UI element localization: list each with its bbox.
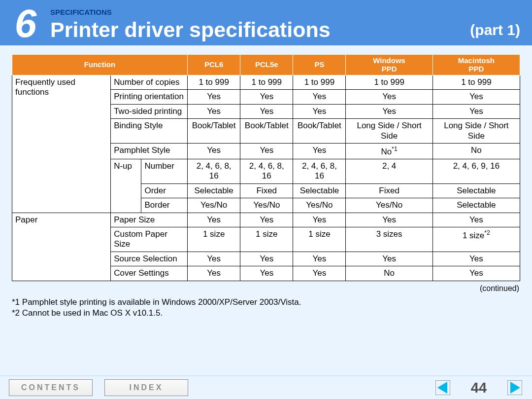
value-cell: Yes [293, 252, 346, 266]
page-number: 44 [463, 380, 495, 396]
table-header: MacintoshPPD [432, 55, 520, 75]
function-cell: Cover Settings [111, 266, 188, 281]
subfunction-cell: Number [141, 159, 188, 184]
footnote-line: *2 Cannot be used in Mac OS X v10.1.5. [12, 308, 520, 319]
chapter-number: 6 [6, 7, 45, 40]
continued-label: (continued) [12, 281, 520, 295]
table-header: PCL6 [188, 55, 240, 75]
function-cell: Two-sided printing [111, 104, 188, 118]
footnotes: *1 Pamphlet style printing is available … [12, 295, 520, 320]
value-cell: No [432, 143, 520, 159]
value-cell: Yes [346, 104, 432, 118]
kicker: SPECIFICATIONS [50, 8, 331, 16]
value-cell: 1 to 999 [293, 75, 346, 90]
value-cell: Long Side / Short Side [432, 119, 520, 144]
value-cell: Yes [188, 90, 240, 104]
table-row: PaperPaper SizeYesYesYesYesYes [12, 213, 520, 227]
value-cell: Yes [346, 252, 432, 266]
value-cell: Yes [240, 104, 293, 118]
function-cell: Source Selection [111, 252, 188, 266]
value-cell: Yes [188, 252, 240, 266]
value-cell: 1 size [240, 227, 293, 252]
spec-table: FunctionPCL6PCL5ePSWindowsPPDMacintoshPP… [12, 54, 520, 281]
function-cell: Printing orientation [111, 90, 188, 104]
value-cell: Book/Tablet [188, 119, 240, 144]
spec-table-body: Frequently used functionsNumber of copie… [12, 75, 520, 281]
table-header: WindowsPPD [346, 55, 432, 75]
value-cell: No [346, 266, 432, 281]
triangle-left-icon [435, 380, 450, 395]
value-cell: Yes/No [188, 198, 240, 213]
function-cell: N-up [111, 159, 141, 213]
subfunction-cell: Order [141, 183, 188, 198]
page-header: 6 SPECIFICATIONS Printer driver specific… [0, 0, 532, 45]
value-cell: Book/Tablet [293, 119, 346, 144]
group-cell: Frequently used functions [12, 75, 111, 213]
svg-marker-1 [437, 382, 447, 394]
value-cell: 1 size [188, 227, 240, 252]
value-cell: Fixed [346, 183, 432, 198]
value-cell: 1 to 999 [188, 75, 240, 90]
table-row: Frequently used functionsNumber of copie… [12, 75, 520, 90]
value-cell: Fixed [240, 183, 293, 198]
svg-marker-3 [510, 382, 520, 394]
value-cell: 1 to 999 [346, 75, 432, 90]
value-cell: Selectable [188, 183, 240, 198]
page-title: Printer driver specifications [50, 19, 331, 40]
value-cell: Yes [240, 90, 293, 104]
group-cell: Paper [12, 213, 111, 281]
value-cell: 2, 4, 6, 9, 16 [432, 159, 520, 184]
value-cell: Yes [432, 90, 520, 104]
table-header: PCL5e [240, 55, 293, 75]
value-cell: Yes/No [346, 198, 432, 213]
value-cell: Yes [432, 266, 520, 281]
value-cell: 2, 4, 6, 8, 16 [188, 159, 240, 184]
value-cell: Selectable [293, 183, 346, 198]
function-cell: Paper Size [111, 213, 188, 227]
value-cell: Selectable [432, 198, 520, 213]
value-cell: Yes [188, 266, 240, 281]
value-cell: Book/Tablet [240, 119, 293, 144]
value-cell: 2, 4, 6, 8, 16 [240, 159, 293, 184]
value-cell: Long Side / Short Side [346, 119, 432, 144]
value-cell: No*1 [346, 143, 432, 159]
value-cell: Yes/No [293, 198, 346, 213]
value-cell: Yes [293, 90, 346, 104]
contents-button[interactable]: CONTENTS [9, 379, 93, 396]
value-cell: Yes [240, 143, 293, 159]
value-cell: Yes [188, 104, 240, 118]
triangle-right-icon [507, 380, 522, 395]
page-body: FunctionPCL6PCL5ePSWindowsPPDMacintoshPP… [0, 45, 532, 375]
prev-page-button[interactable] [434, 379, 451, 396]
footnote-line: *1 Pamphlet style printing is available … [12, 297, 520, 308]
value-cell: 1 to 999 [240, 75, 293, 90]
spec-table-head: FunctionPCL6PCL5ePSWindowsPPDMacintoshPP… [12, 55, 520, 75]
value-cell: 1 size*2 [432, 227, 520, 252]
value-cell: Yes [293, 213, 346, 227]
value-cell: Yes [346, 213, 432, 227]
function-cell: Number of copies [111, 75, 188, 90]
value-cell: Yes [188, 213, 240, 227]
function-cell: Pamphlet Style [111, 143, 188, 159]
value-cell: 2, 4 [346, 159, 432, 184]
part-label: (part 1) [470, 22, 520, 40]
value-cell: Yes [240, 213, 293, 227]
value-cell: Yes [432, 252, 520, 266]
value-cell: Yes [432, 213, 520, 227]
value-cell: Yes [293, 143, 346, 159]
subfunction-cell: Border [141, 198, 188, 213]
title-texts: SPECIFICATIONS Printer driver specificat… [50, 8, 331, 40]
function-cell: Binding Style [111, 119, 188, 144]
value-cell: Yes [293, 104, 346, 118]
value-cell: Yes [240, 252, 293, 266]
index-button[interactable]: INDEX [104, 379, 188, 396]
table-header: PS [293, 55, 346, 75]
value-cell: 1 to 999 [432, 75, 520, 90]
value-cell: 1 size [293, 227, 346, 252]
value-cell: 2, 4, 6, 8, 16 [293, 159, 346, 184]
value-cell: Yes [240, 266, 293, 281]
value-cell: Yes [188, 143, 240, 159]
next-page-button[interactable] [506, 379, 523, 396]
value-cell: Yes [432, 104, 520, 118]
value-cell: Yes/No [240, 198, 293, 213]
